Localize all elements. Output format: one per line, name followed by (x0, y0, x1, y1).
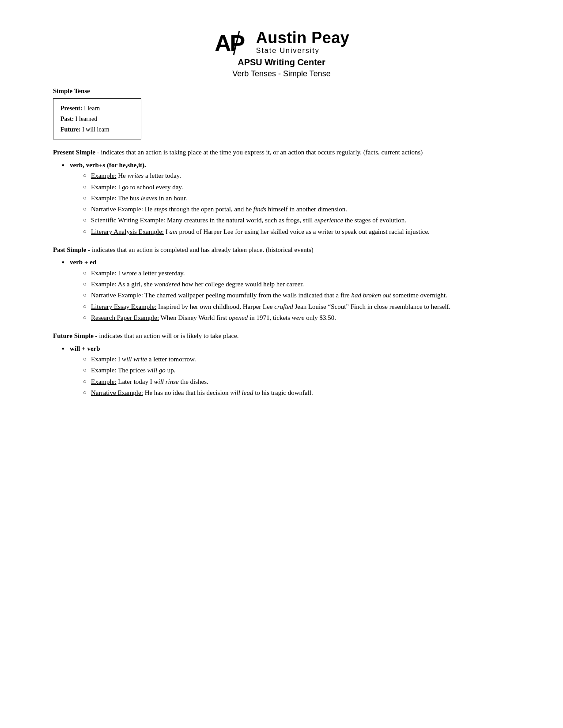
future-simple-intro: Future Simple - indicates that an action… (53, 331, 510, 341)
university-name-block: Austin Peay State University (256, 29, 350, 54)
present-simple-desc: - indicates that an action is taking pla… (95, 149, 423, 156)
university-name-state: State University (256, 47, 320, 55)
simple-tense-heading: Simple Tense (53, 87, 510, 95)
present-label: Present: (60, 105, 83, 112)
future-value: I will learn (81, 126, 110, 133)
present-simple-bold: Present Simple (53, 149, 95, 156)
past-simple-intro: Past Simple - indicates that an action i… (53, 245, 510, 255)
future-simple-bullet: will + verb Example: I will write a lett… (62, 344, 510, 398)
literary-italic: am (169, 228, 177, 235)
future-simple-bold: Future Simple (53, 332, 94, 339)
past-simple-section: Past Simple - indicates that an action i… (53, 245, 510, 323)
example-italic-1: writes (127, 172, 144, 179)
past-italic-2: wondered (154, 281, 180, 288)
past-italic-1: wrote (122, 270, 137, 277)
past-research-example: Research Paper Example: When Disney Worl… (83, 313, 510, 323)
future-italic-3: will rinse (154, 378, 178, 385)
example-italic-3: leaves (141, 195, 157, 202)
present-narrative-example: Narrative Example: He steps through the … (83, 204, 510, 214)
present-simple-bullet-list: verb, verb+s (for he,she,it). Example: H… (62, 160, 510, 237)
present-example-3: Example: The bus leaves in an hour. (83, 193, 510, 203)
narrative-label: Narrative Example: (91, 206, 143, 213)
future-simple-bullet-list: will + verb Example: I will write a lett… (62, 344, 510, 398)
present-simple-examples: Example: He writes a letter today. Examp… (83, 171, 510, 237)
future-simple-bullet-text: will + verb (70, 345, 100, 352)
scientific-label: Scientific Writing Example: (91, 217, 165, 224)
past-simple-bullet-text: verb + ed (70, 259, 96, 266)
past-example-2: Example: As a girl, she wondered how her… (83, 279, 510, 289)
past-simple-bullet-list: verb + ed Example: I wrote a letter yest… (62, 257, 510, 323)
past-literary-example: Literary Essay Example: Inspired by her … (83, 302, 510, 312)
future-example-1: Example: I will write a letter tomorrow. (83, 354, 510, 364)
present-example-1: Example: He writes a letter today. (83, 171, 510, 181)
university-logo: AP Austin Peay State University (53, 26, 510, 57)
writing-center-title: APSU Writing Center (53, 57, 510, 68)
past-narrative-example: Narrative Example: The charred wallpaper… (83, 290, 510, 300)
future-simple-examples: Example: I will write a letter tomorrow.… (83, 354, 510, 398)
past-research-label: Research Paper Example: (91, 314, 159, 321)
past-literary-italic: crafted (274, 303, 293, 310)
present-simple-section: Present Simple - indicates that an actio… (53, 147, 510, 237)
present-simple-bullet-text: verb, verb+s (for he,she,it). (70, 161, 146, 169)
future-narrative-label: Narrative Example: (91, 389, 143, 396)
literary-label: Literary Analysis Example: (91, 228, 164, 235)
past-simple-examples: Example: I wrote a letter yesterday. Exa… (83, 268, 510, 323)
university-name-austin-peay: Austin Peay (256, 29, 350, 47)
past-example-1: Example: I wrote a letter yesterday. (83, 268, 510, 278)
past-research-italic-1: opened (229, 314, 248, 321)
past-value: I learned (74, 116, 97, 122)
future-narrative-example: Narrative Example: He has no idea that h… (83, 388, 510, 398)
example-label-3: Example: (91, 195, 116, 202)
present-literary-example: Literary Analysis Example: I am proud of… (83, 227, 510, 237)
present-value: I learn (83, 105, 100, 112)
ap-logo-icon: AP (214, 26, 253, 57)
future-narrative-italic: will lead (230, 389, 253, 396)
past-example-label-2: Example: (91, 281, 116, 288)
present-simple-bullet: verb, verb+s (for he,she,it). Example: H… (62, 160, 510, 237)
future-example-3: Example: Later today I will rinse the di… (83, 377, 510, 387)
future-simple-section: Future Simple - indicates that an action… (53, 331, 510, 398)
tense-box-future: Future: I will learn (60, 124, 134, 135)
future-example-label-3: Example: (91, 378, 116, 385)
future-example-label-1: Example: (91, 356, 116, 363)
past-research-italic-2: were (292, 314, 305, 321)
page-header: AP Austin Peay State University APSU Wri… (53, 26, 510, 79)
narrative-italic-2: finds (253, 206, 266, 213)
past-example-label-1: Example: (91, 270, 116, 277)
narrative-italic-1: steps (154, 206, 167, 213)
future-simple-desc: - indicates that an action will or is li… (94, 332, 239, 339)
page-subtitle: Verb Tenses - Simple Tense (53, 69, 510, 79)
present-simple-intro: Present Simple - indicates that an actio… (53, 147, 510, 158)
tense-box-present: Present: I learn (60, 103, 134, 114)
present-example-2: Example: I go to school every day. (83, 182, 510, 192)
past-simple-bold: Past Simple (53, 246, 86, 253)
tense-reference-box: Present: I learn Past: I learned Future:… (53, 98, 141, 139)
svg-text:AP: AP (215, 30, 245, 56)
present-scientific-example: Scientific Writing Example: Many creatur… (83, 215, 510, 225)
past-label: Past: (60, 116, 74, 122)
future-example-2: Example: The prices will go up. (83, 365, 510, 375)
past-narrative-label: Narrative Example: (91, 292, 143, 299)
future-italic-1: will write (122, 356, 147, 363)
future-example-label-2: Example: (91, 367, 116, 374)
past-narrative-italic: had broken out (351, 292, 391, 299)
past-simple-bullet: verb + ed Example: I wrote a letter yest… (62, 257, 510, 323)
future-italic-2: will go (147, 367, 166, 374)
past-simple-desc: - indicates that an action is completed … (86, 246, 313, 253)
example-label-1: Example: (91, 172, 116, 179)
example-label-2: Example: (91, 184, 116, 191)
scientific-italic: experience (314, 217, 343, 224)
future-label: Future: (60, 126, 81, 133)
tense-box-past: Past: I learned (60, 114, 134, 124)
past-literary-label: Literary Essay Example: (91, 303, 156, 310)
example-italic-2: go (122, 184, 128, 191)
